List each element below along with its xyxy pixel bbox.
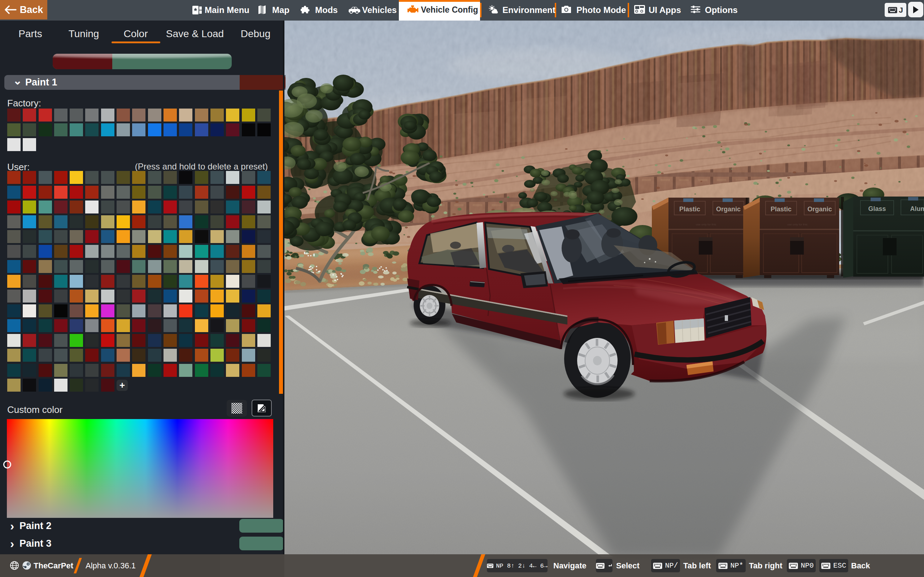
svg-text:Glass: Glass <box>868 205 886 213</box>
svg-text:Organic: Organic <box>808 206 832 213</box>
svg-text:Organic: Organic <box>716 206 741 213</box>
svg-text:Alumin: Alumin <box>910 205 924 213</box>
svg-text:use only for this: use only for this <box>787 223 808 226</box>
svg-text:use only for this: use only for this <box>696 223 716 226</box>
svg-text:Plastic: Plastic <box>771 206 792 213</box>
svg-text:Plastic: Plastic <box>679 206 700 213</box>
